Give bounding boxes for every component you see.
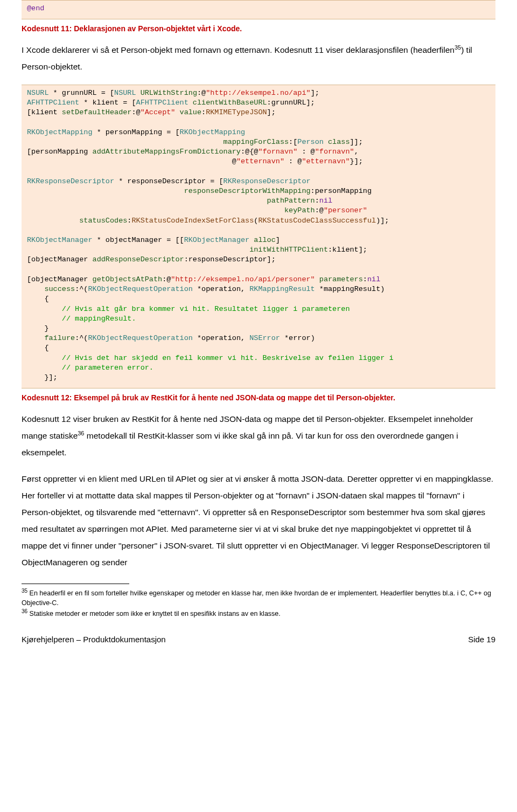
code-token: *error) [280,334,315,342]
code-token: "http://eksempel.no/api" [206,89,310,97]
code-token: alloc [249,236,276,244]
code-token: } [27,324,49,332]
code-token: "fornavn" [315,148,354,156]
code-token: :@ [162,275,171,283]
code-token: parameters [315,275,363,283]
code-token: :@ [315,206,324,214]
code-token: :responseDescriptor]; [184,255,276,263]
code-token: :@ [131,108,140,116]
code-comment: // mappingResult. [27,315,136,323]
code-token: * responseDescriptor = [ [114,177,223,185]
code-token: getObjectsAtPath [93,275,163,283]
page: @end Kodesnutt 11: Deklarasjonen av Pers… [0,0,517,662]
code-token: ]; [267,108,276,116]
code-token: URLWithString [136,89,197,97]
code-token: AFHTTPClient [27,99,79,107]
code-token: * personMapping = [ [93,128,180,136]
paragraph-2b: metodekall til RestKit-klasser som vi ik… [22,431,458,457]
footer-title: Kjørehjelperen – Produktdokumentasjon [22,633,166,646]
code-token: NSURL [27,89,49,97]
code-token [27,246,249,254]
code-token: Person [297,138,324,146]
code-token: :personMapping [311,187,372,195]
code-token: )]; [376,217,389,225]
code-token: "Accept" [141,108,176,116]
code-token: RKObjectMapping [27,128,93,136]
code-comment: // Hvis alt går bra kommer vi hit. Resul… [27,305,350,313]
caption-12: Kodesnutt 12: Eksempel på bruk av RestKi… [22,392,495,404]
footnote-36-text: Statiske metoder er metoder som ikke er … [27,610,281,617]
code-token: * grunnURL = [ [49,89,115,97]
code-token: :[ [289,138,297,146]
code-token: responseDescriptorWithMapping [184,187,311,195]
code-token: RKStatusCodeClassSuccessful [258,217,376,225]
code-token [27,285,44,293]
code-token: : @ [297,148,315,156]
paragraph-1-text: I Xcode deklarerer vi så et Person-objek… [22,45,455,54]
footer-pagenum: Side 19 [468,633,495,646]
code-token: [objectManager [27,255,93,263]
caption-11: Kodesnutt 11: Deklarasjonen av Person-ob… [22,23,495,34]
code-token: ]]; [350,138,363,146]
code-token: "personer" [324,206,367,214]
code-token: nil [367,275,380,283]
page-footer: Kjørehjelperen – Produktdokumentasjon Si… [22,633,495,646]
code-token: RKMIMETypeJSON [206,108,267,116]
code-token [27,217,79,225]
footnote-36: 36 Statiske metoder er metoder som ikke … [22,608,495,619]
footnote-ref-35: 35 [455,44,461,51]
code-token: [objectManager [27,275,93,283]
code-token [27,206,284,214]
code-token: NSURL [114,89,136,97]
code-token: [personMapping [27,148,93,156]
code-token: : [315,197,319,205]
code-token: :@ [197,89,206,97]
code-token: ] [276,236,280,244]
code-token: *operation, [193,334,249,342]
code-token: "etternavn" [236,157,284,165]
code-token: mappingForClass [223,138,289,146]
code-token: statusCodes [79,217,127,225]
code-token: pathPattern [267,197,315,205]
code-token: * objectManager = [[ [93,236,184,244]
paragraph-1: I Xcode deklarerer vi så et Person-objek… [22,41,495,75]
footnote-35: 35 En headerfil er en fil som forteller … [22,587,495,608]
code-comment: // parameteren error. [27,364,153,372]
code-token: RKObjectRequestOperation [88,285,192,293]
code-token: "http://eksempel.no/api/personer" [171,275,315,283]
code-token: , [354,148,359,156]
code-token: AFHTTPClient [136,99,188,107]
code-token: { [27,344,49,352]
code-token: addResponseDescriptor [93,255,184,263]
code-comment: // Hvis det har skjedd en feil kommer vi… [27,354,394,362]
code-token: : [363,275,367,283]
code-token: :^( [75,334,88,342]
code-token: RKResponseDescriptor [27,177,114,185]
code-token: success [44,285,75,293]
code-block-main: NSURL * grunnURL = [NSURL URLWithString:… [22,85,495,389]
code-token: "etternavn" [302,157,350,165]
code-token: :klient]; [328,246,367,254]
code-token: "fornavn" [258,148,297,156]
code-token: initWithHTTPClient [249,246,328,254]
code-token: NSError [249,334,280,342]
code-token: :grunnURL]; [267,99,315,107]
code-token: failure [44,334,75,342]
code-token: : [201,108,206,116]
code-token: addAttributeMappingsFromDictionary [93,148,241,156]
code-token: [klient [27,108,62,116]
code-token: : @ [284,157,302,165]
paragraph-2: Kodesnutt 12 viser bruken av RestKit for… [22,411,495,461]
code-token: *operation, [193,285,249,293]
code-token: { [27,295,49,303]
code-token: RKObjectRequestOperation [88,334,192,342]
footnote-num-36: 36 [22,608,27,614]
code-token: *mappingResult) [315,285,385,293]
code-token: nil [319,197,332,205]
footnote-35-text: En headerfil er en fil som forteller hvi… [22,589,491,607]
code-token: RKStatusCodeIndexSetForClass [131,217,254,225]
code-token: RKResponseDescriptor [223,177,311,185]
paragraph-3: Først oppretter vi en klient med URLen t… [22,470,495,571]
code-token: }]; [350,157,363,165]
code-token: }]; [27,373,58,381]
